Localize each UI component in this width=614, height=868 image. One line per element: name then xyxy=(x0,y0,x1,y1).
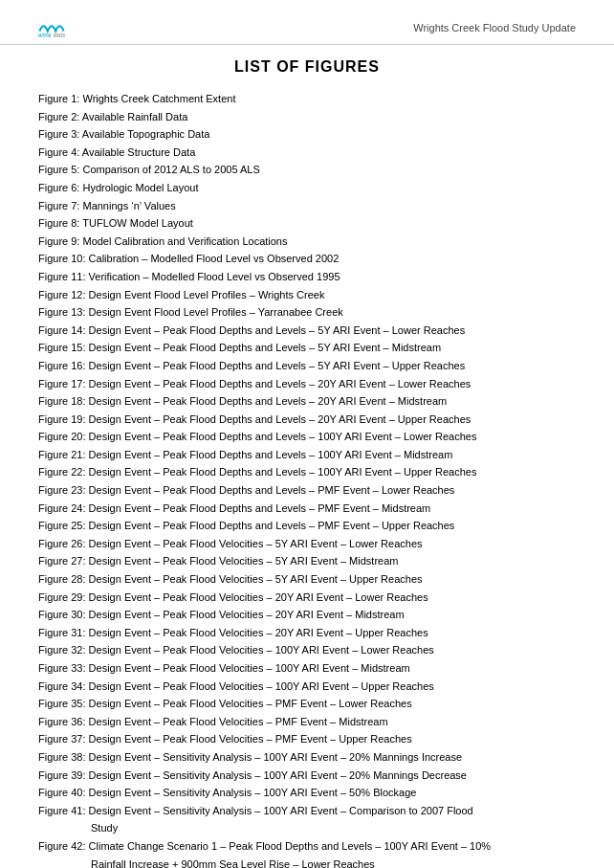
figure-item: Figure 19: Design Event – Peak Flood Dep… xyxy=(38,412,576,429)
header: wma water Wrights Creek Flood Study Upda… xyxy=(0,0,614,45)
figure-item: Figure 12: Design Event Flood Level Prof… xyxy=(38,287,576,304)
figure-item: Figure 34: Design Event – Peak Flood Vel… xyxy=(38,679,576,696)
figure-item: Figure 25: Design Event – Peak Flood Dep… xyxy=(38,518,576,535)
figure-item: Study xyxy=(38,820,576,837)
figure-item: Figure 11: Verification – Modelled Flood… xyxy=(38,269,576,286)
figure-item: Figure 22: Design Event – Peak Flood Dep… xyxy=(38,464,576,481)
figure-item: Figure 2: Available Rainfall Data xyxy=(38,109,576,126)
figure-item: Figure 35: Design Event – Peak Flood Vel… xyxy=(38,696,576,713)
figure-item: Figure 40: Design Event – Sensitivity An… xyxy=(38,785,576,802)
figure-item: Figure 13: Design Event Flood Level Prof… xyxy=(38,304,576,322)
figure-item: Figure 42: Climate Change Scenario 1 – P… xyxy=(38,838,576,856)
figure-item: Figure 37: Design Event – Peak Flood Vel… xyxy=(38,731,576,748)
figure-item: Figure 33: Design Event – Peak Flood Vel… xyxy=(38,660,576,678)
wma-logo-icon: wma water xyxy=(38,17,65,38)
logo-area: wma water xyxy=(38,17,69,38)
figure-item: Figure 5: Comparison of 2012 ALS to 2005… xyxy=(38,162,576,179)
figure-item: Figure 31: Design Event – Peak Flood Vel… xyxy=(38,625,576,642)
figure-item: Figure 28: Design Event – Peak Flood Vel… xyxy=(38,571,576,589)
figure-item: Figure 41: Design Event – Sensitivity An… xyxy=(38,803,576,820)
figure-item: Figure 29: Design Event – Peak Flood Vel… xyxy=(38,590,576,607)
figure-item: Figure 3: Available Topographic Data xyxy=(38,126,576,144)
figure-item: Figure 38: Design Event – Sensitivity An… xyxy=(38,749,576,767)
figure-item: Figure 6: Hydrologic Model Layout xyxy=(38,180,576,197)
figure-item: Figure 26: Design Event – Peak Flood Vel… xyxy=(38,536,576,553)
figure-item: Figure 7: Mannings ‘n’ Values xyxy=(38,198,576,215)
header-document-title: Wrights Creek Flood Study Update xyxy=(413,22,576,33)
figure-item: Figure 20: Design Event – Peak Flood Dep… xyxy=(38,429,576,446)
figure-item: Figure 16: Design Event – Peak Flood Dep… xyxy=(38,358,576,375)
figures-list: Figure 1: Wrights Creek Catchment Extent… xyxy=(0,91,614,868)
figure-item: Figure 27: Design Event – Peak Flood Vel… xyxy=(38,553,576,570)
page: wma water Wrights Creek Flood Study Upda… xyxy=(0,0,614,868)
figure-item: Figure 14: Design Event – Peak Flood Dep… xyxy=(38,323,576,340)
figure-item: Figure 24: Design Event – Peak Flood Dep… xyxy=(38,501,576,518)
svg-text:wma: wma xyxy=(38,32,52,38)
figure-item: Figure 4: Available Structure Data xyxy=(38,145,576,162)
figure-item: Figure 17: Design Event – Peak Flood Dep… xyxy=(38,376,576,393)
figure-item: Figure 8: TUFLOW Model Layout xyxy=(38,215,576,233)
figure-item: Rainfall Increase + 900mm Sea Level Rise… xyxy=(38,857,576,868)
figure-item: Figure 15: Design Event – Peak Flood Dep… xyxy=(38,340,576,357)
figure-item: Figure 36: Design Event – Peak Flood Vel… xyxy=(38,714,576,731)
figure-item: Figure 9: Model Calibration and Verifica… xyxy=(38,234,576,251)
figure-item: Figure 10: Calibration – Modelled Flood … xyxy=(38,251,576,268)
figure-item: Figure 1: Wrights Creek Catchment Extent xyxy=(38,91,576,108)
svg-text:water: water xyxy=(53,32,65,38)
figure-item: Figure 39: Design Event – Sensitivity An… xyxy=(38,768,576,785)
figure-item: Figure 23: Design Event – Peak Flood Dep… xyxy=(38,482,576,500)
figure-item: Figure 32: Design Event – Peak Flood Vel… xyxy=(38,642,576,659)
figure-item: Figure 30: Design Event – Peak Flood Vel… xyxy=(38,607,576,624)
page-title: LIST OF FIGURES xyxy=(0,58,614,76)
figure-item: Figure 21: Design Event – Peak Flood Dep… xyxy=(38,447,576,464)
figure-item: Figure 18: Design Event – Peak Flood Dep… xyxy=(38,393,576,411)
